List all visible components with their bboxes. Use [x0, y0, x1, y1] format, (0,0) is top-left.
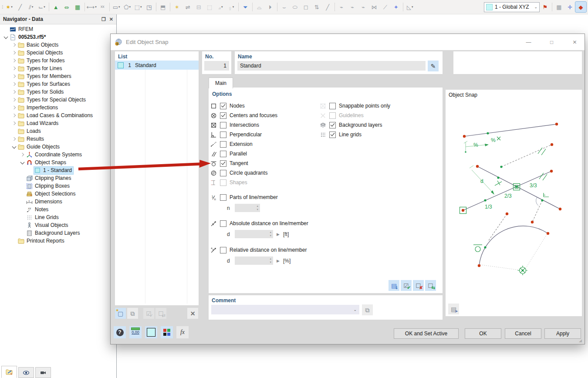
float-panel-icon[interactable]: ❐	[101, 17, 106, 22]
chevron-down-icon[interactable]: ⌄	[534, 5, 537, 9]
new-line-type-button[interactable]: ⫽▾	[26, 2, 37, 12]
units-settings-button[interactable]: 0,00	[129, 326, 142, 338]
checkbox-shapes[interactable]	[220, 179, 226, 186]
spin-down-icon[interactable]: ▼	[270, 261, 272, 264]
tree-expander-icon[interactable]	[11, 97, 17, 103]
tree-item-visual-objects[interactable]: Visual Objects	[0, 221, 116, 229]
dropdown-caret-icon[interactable]: ▾	[32, 5, 34, 9]
checkbox-absolute-distance-on-line-member[interactable]	[220, 220, 226, 227]
dropdown-caret-icon[interactable]: ▾	[140, 5, 142, 9]
new-solid-button[interactable]: ⬠▾	[122, 2, 133, 12]
block-library-button[interactable]: ⬒	[158, 2, 169, 12]
tree-expander-icon[interactable]	[11, 50, 17, 56]
tree-expander-icon[interactable]	[11, 73, 17, 80]
release-slash-button[interactable]: ⟋	[380, 2, 391, 12]
grid-hand-button[interactable]: ▦	[554, 2, 564, 12]
minimize-button[interactable]: —	[519, 34, 538, 50]
tree-item-basic-objects[interactable]: Basic Objects	[0, 41, 116, 49]
deselect-all-options-button[interactable]: ☐✘	[413, 280, 424, 291]
tree-item-types-for-solids[interactable]: Types for Solids	[0, 88, 116, 96]
spin-up-icon[interactable]: ▲	[257, 205, 259, 208]
tree-item-results[interactable]: Results	[0, 135, 116, 143]
curve-button[interactable]: ⌣	[279, 2, 290, 12]
checkbox-tangent[interactable]	[220, 160, 226, 167]
preview-image-button[interactable]: ▤➤	[448, 304, 459, 314]
dropdown-caret-icon[interactable]: ▾	[129, 5, 131, 9]
generate-surface-button[interactable]: ⊟	[193, 2, 204, 12]
dropdown-caret-icon[interactable]: ▾	[221, 5, 223, 9]
tree-item-types-for-surfaces[interactable]: Types for Surfaces	[0, 80, 116, 88]
checkbox-parallel[interactable]	[220, 151, 226, 157]
tree-item-load-wizards[interactable]: Load Wizards	[0, 119, 116, 127]
new-polyline-button[interactable]: ⌙▾	[37, 2, 47, 12]
tab-main[interactable]: Main	[209, 78, 233, 88]
select-all-options-button[interactable]: ☑✔	[401, 280, 412, 291]
release-line-2-button[interactable]: ⌁	[347, 2, 358, 12]
clip-video-button[interactable]: ⏵	[265, 2, 276, 12]
plane-button[interactable]: ⬭	[290, 2, 301, 12]
new-dimension-button[interactable]: ⟷▾	[86, 2, 97, 12]
new-line-button[interactable]: ╱	[15, 2, 26, 12]
copy-entry-button[interactable]: ⧉	[127, 308, 138, 319]
cancel-button[interactable]: Cancel	[505, 328, 541, 339]
toolbar-grip[interactable]: ⁞⁞	[2, 5, 3, 10]
spinner-absolute-distance-on-line-member[interactable]: ▲▼	[235, 230, 273, 238]
snap-active-button[interactable]: ◆	[575, 2, 586, 12]
tree-expander-icon[interactable]	[11, 57, 17, 64]
ok-and-set-active-button[interactable]: OK and Set Active	[394, 328, 459, 339]
tree-expander-icon[interactable]	[11, 112, 17, 119]
generate-release-button[interactable]: ⟓▾	[215, 2, 226, 12]
new-node-button[interactable]: ✶▾	[4, 2, 15, 12]
tree-item-types-for-special-objects[interactable]: Types for Special Objects	[0, 96, 116, 104]
tree-expander-icon[interactable]	[11, 120, 17, 127]
color-picker-button[interactable]	[145, 326, 157, 338]
close-button[interactable]: ✕	[565, 34, 585, 50]
new-member-set-button[interactable]: ⏛	[61, 2, 72, 12]
invert-entry-selection-button[interactable]: ☐⇄	[155, 308, 166, 319]
dropdown-caret-icon[interactable]: ▾	[11, 5, 13, 9]
tree-item-object-snaps[interactable]: Object Snaps	[0, 159, 116, 166]
tree-item-guide-objects[interactable]: Guide Objects	[0, 143, 116, 151]
chevron-down-icon[interactable]: ⌄	[353, 307, 357, 312]
dropdown-caret-icon[interactable]: ▾	[44, 5, 45, 9]
release-line-3-button[interactable]: ⌁	[358, 2, 369, 12]
navigator-settings-button[interactable]	[161, 326, 173, 338]
help-button[interactable]: ?	[114, 326, 126, 338]
spinner-parts-of-line-member[interactable]: ▲▼	[235, 204, 260, 212]
box-button[interactable]: ◻	[301, 2, 311, 12]
generate-solid-button[interactable]: ⬚	[204, 2, 215, 12]
ok-button[interactable]: OK	[465, 328, 501, 339]
tree-expander-icon[interactable]	[11, 81, 17, 88]
invert-options-button[interactable]: ☐⇆	[425, 280, 436, 291]
apply-button[interactable]: Apply	[544, 328, 581, 339]
tree-item-background-layers[interactable]: Background Layers	[0, 229, 116, 237]
select-all-entries-button[interactable]: ☑✓	[143, 308, 154, 319]
checkbox-relative-distance-on-line-member[interactable]	[220, 247, 226, 253]
tree-item-notes[interactable]: Notes	[0, 206, 116, 213]
tree-item-clipping-boxes[interactable]: Clipping Boxes	[0, 182, 116, 190]
slider-arrow-icon[interactable]: ▶	[277, 232, 280, 236]
maximize-button[interactable]: □	[542, 34, 561, 50]
list-item-standard[interactable]: 1Standard	[115, 61, 199, 70]
checkbox-background-layers[interactable]	[329, 122, 336, 128]
slope-button[interactable]: ╱	[322, 2, 333, 12]
tree-expander-icon[interactable]	[3, 34, 9, 40]
tree-expander-icon[interactable]	[11, 144, 17, 150]
new-surface-button[interactable]: ▭▾	[111, 2, 122, 12]
name-input[interactable]: Standard	[237, 61, 426, 71]
delete-entry-button[interactable]: ✕	[187, 308, 198, 319]
tree-item-005253-rf5[interactable]: 005253.rf5*	[0, 33, 116, 41]
tree-item-types-for-lines[interactable]: Types for Lines	[0, 64, 116, 72]
spinner-relative-distance-on-line-member[interactable]: ▲▼	[235, 256, 273, 265]
dropdown-caret-icon[interactable]: ▾	[233, 5, 234, 9]
checkbox-extension[interactable]	[220, 141, 226, 148]
generate-member-button[interactable]: ⇌	[182, 2, 193, 12]
tree-item-rfem[interactable]: RFEM	[0, 25, 116, 33]
coordinate-system-dropdown[interactable]: 1 - Global XYZ ⌄	[484, 2, 540, 12]
tree-expander-icon[interactable]	[11, 65, 17, 72]
filter-button[interactable]: ⏷	[240, 2, 251, 12]
new-block-button[interactable]: ◳	[144, 2, 155, 12]
formula-button[interactable]: fx	[176, 326, 189, 338]
release-join-button[interactable]: ⋈	[369, 2, 380, 12]
tab-camera[interactable]	[35, 367, 51, 378]
